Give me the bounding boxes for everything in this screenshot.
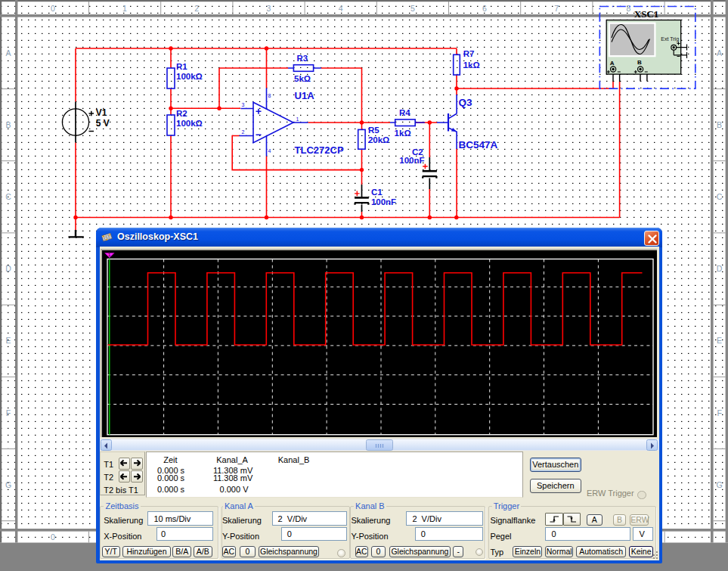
svg-text:R3: R3 <box>297 54 308 63</box>
svg-text:C: C <box>717 192 723 201</box>
svg-text:100kΩ: 100kΩ <box>176 119 203 128</box>
svg-text:A: A <box>610 60 615 67</box>
svg-text:V1: V1 <box>96 107 107 118</box>
svg-text:B: B <box>717 120 722 129</box>
svg-text:100nF: 100nF <box>399 156 424 165</box>
svg-text:C: C <box>5 192 11 201</box>
svg-text:R7: R7 <box>463 49 475 58</box>
svg-text:4: 4 <box>268 148 271 154</box>
svg-text:D: D <box>5 264 11 273</box>
svg-text:2: 2 <box>194 4 199 13</box>
svg-text:B: B <box>637 59 642 66</box>
svg-text:3: 3 <box>242 102 245 107</box>
svg-text:B: B <box>5 120 11 129</box>
svg-text:100nF: 100nF <box>371 197 396 206</box>
svg-text:100kΩ: 100kΩ <box>176 72 203 81</box>
svg-text:BC547A: BC547A <box>459 139 498 151</box>
svg-text:8: 8 <box>268 93 271 98</box>
svg-text:2: 2 <box>242 129 245 135</box>
svg-text:1kΩ: 1kΩ <box>395 129 411 138</box>
svg-text:TLC272CP: TLC272CP <box>295 144 344 156</box>
svg-text:C1: C1 <box>371 188 383 197</box>
svg-text:G: G <box>5 480 11 489</box>
svg-text:Ext Trig: Ext Trig <box>661 36 679 42</box>
svg-text:E: E <box>5 336 11 345</box>
svg-text:3: 3 <box>266 4 271 13</box>
svg-text:C2: C2 <box>412 147 423 157</box>
svg-text:R1: R1 <box>176 62 187 71</box>
svg-text:Q3: Q3 <box>459 97 473 108</box>
svg-text:8: 8 <box>626 4 630 13</box>
svg-text:F: F <box>717 408 721 417</box>
svg-text:A: A <box>5 48 11 57</box>
svg-text:XSC1: XSC1 <box>634 8 659 20</box>
svg-text:E: E <box>717 336 722 345</box>
svg-text:F: F <box>6 408 11 417</box>
svg-text:U1A: U1A <box>295 90 315 101</box>
svg-text:R2: R2 <box>176 109 187 118</box>
svg-text:D: D <box>717 264 723 273</box>
svg-text:4: 4 <box>339 4 343 13</box>
svg-text:1kΩ: 1kΩ <box>463 61 480 70</box>
svg-text:1: 1 <box>296 116 299 122</box>
svg-text:5 V: 5 V <box>96 118 110 129</box>
svg-text:A: A <box>717 48 722 57</box>
svg-text:6: 6 <box>482 4 487 13</box>
svg-text:0: 0 <box>51 4 55 13</box>
svg-text:R5: R5 <box>368 126 379 135</box>
svg-text:0: 0 <box>51 532 55 542</box>
svg-text:5: 5 <box>410 4 415 13</box>
svg-text:5kΩ: 5kΩ <box>294 74 311 83</box>
svg-text:G: G <box>717 480 723 489</box>
svg-text:R4: R4 <box>399 108 410 117</box>
svg-text:7: 7 <box>554 4 559 13</box>
svg-text:1: 1 <box>122 4 127 13</box>
svg-text:20kΩ: 20kΩ <box>368 135 389 144</box>
